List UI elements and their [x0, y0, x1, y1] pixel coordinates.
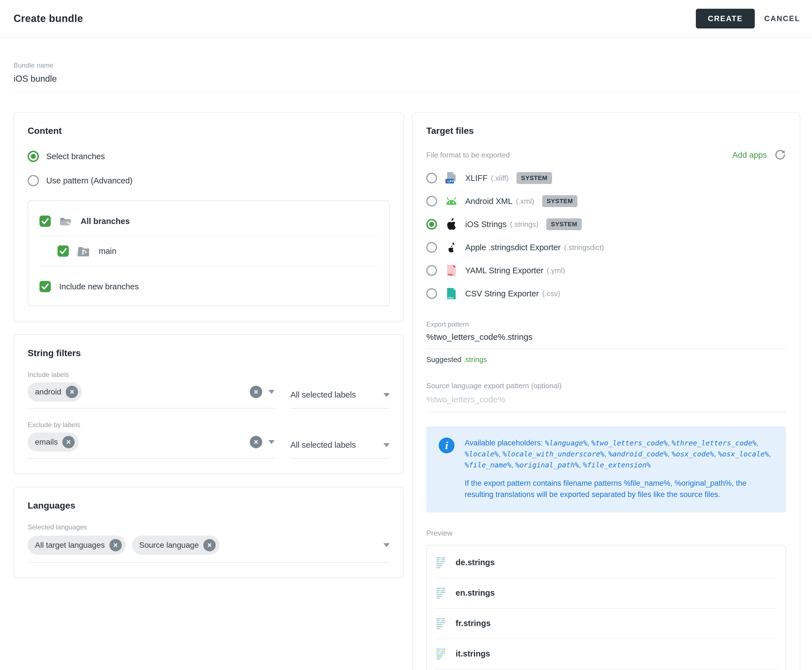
svg-text:XLIFF: XLIFF — [445, 179, 454, 183]
format-name: YAML String Exporter — [465, 266, 543, 275]
radio-icon[interactable] — [426, 219, 437, 230]
placeholder-token: %file_name% — [464, 461, 515, 469]
format-ext: (.stringsdict) — [564, 243, 604, 252]
format-row-csv[interactable]: CSV CSV String Exporter (.csv) — [426, 282, 786, 305]
chevron-down-icon[interactable] — [268, 390, 275, 394]
radio-icon[interactable] — [426, 196, 437, 206]
radio-icon[interactable] — [426, 173, 437, 183]
include-labels-label: Include labels — [28, 371, 390, 379]
chevron-down-icon[interactable] — [383, 543, 390, 547]
preview-file-name: it.strings — [456, 649, 490, 658]
chip-android[interactable]: android × — [28, 382, 82, 401]
branch-label: All branches — [81, 217, 130, 226]
preview-panel: de.strings en.strings — [426, 545, 786, 670]
format-row-yaml[interactable]: YML YAML String Exporter (.yml) — [426, 259, 786, 282]
export-pattern-input[interactable]: %two_letters_code%.strings — [426, 332, 786, 349]
create-button[interactable]: CREATE — [696, 9, 754, 29]
include-labels-mode-dropdown[interactable]: All selected labels — [290, 390, 390, 409]
chevron-down-icon[interactable] — [268, 440, 275, 444]
refresh-icon[interactable] — [774, 149, 786, 161]
format-name: XLIFF — [465, 174, 488, 183]
topbar-actions: CREATE CANCEL — [696, 9, 800, 29]
radio-icon[interactable] — [426, 265, 437, 276]
exclude-labels-mode-dropdown[interactable]: All selected labels — [290, 440, 390, 459]
checkbox-all-branches[interactable] — [39, 215, 51, 227]
include-labels-input[interactable]: android × × — [28, 381, 275, 409]
radio-icon[interactable] — [426, 242, 437, 253]
format-row-android-xml[interactable]: Android XML (.xml) SYSTEM — [426, 189, 786, 213]
dropdown-value: All selected labels — [290, 440, 356, 450]
branch-row-all-branches[interactable]: All branches — [39, 206, 378, 236]
content-card-title: Content — [28, 126, 390, 136]
info-note: If the export pattern contains filename … — [464, 478, 774, 500]
chip-remove-icon[interactable]: × — [62, 436, 75, 448]
checkbox-main[interactable] — [58, 245, 69, 257]
topbar: Create bundle CREATE CANCEL — [0, 0, 812, 38]
info-icon: i — [439, 438, 454, 453]
include-new-branches-row[interactable]: Include new branches — [39, 281, 378, 292]
placeholder-token: %three_letters_code% — [671, 439, 758, 447]
chip-all-target-languages[interactable]: All target languages × — [28, 536, 126, 555]
bundle-name-input[interactable]: iOS bundle — [14, 74, 800, 92]
file-format-label: File format to be exported — [426, 151, 510, 159]
preview-row: it.strings — [435, 639, 778, 670]
format-row-stringsdict[interactable]: Apple .stringsdict Exporter (.stringsdic… — [426, 236, 786, 259]
exclude-labels-input[interactable]: emails × × — [28, 431, 275, 459]
radio-icon[interactable] — [28, 175, 39, 186]
selected-languages-label: Selected languages — [28, 523, 390, 531]
format-list: XLIFF XLIFF (.xliff) SYSTEM — [426, 166, 786, 305]
clear-input-icon[interactable]: × — [250, 386, 262, 398]
format-ext: (.csv) — [542, 289, 560, 298]
suggested-extension-link[interactable]: .strings — [463, 355, 487, 364]
placeholder-token: %two_letters_code% — [591, 439, 671, 447]
include-labels-group: Include labels android × × All select — [28, 371, 390, 409]
chip-remove-icon[interactable]: × — [109, 539, 122, 552]
xliff-file-icon: XLIFF — [445, 172, 458, 184]
chip-remove-icon[interactable]: × — [203, 539, 216, 552]
radio-label: Use pattern (Advanced) — [46, 176, 132, 185]
suggested-label: Suggested — [426, 355, 461, 364]
folder-branch-icon — [77, 245, 90, 257]
clear-input-icon[interactable]: × — [250, 436, 262, 448]
chip-label: Source language — [139, 541, 199, 550]
bundle-name-label: Bundle name — [14, 61, 800, 69]
source-pattern-input[interactable]: %two_letters_code% — [426, 395, 786, 412]
format-row-ios-strings[interactable]: iOS Strings (.strings) SYSTEM — [426, 213, 786, 236]
format-row-xliff[interactable]: XLIFF XLIFF (.xliff) SYSTEM — [426, 166, 786, 189]
radio-use-pattern[interactable]: Use pattern (Advanced) — [28, 175, 390, 186]
radio-icon[interactable] — [426, 288, 437, 299]
chevron-down-icon — [383, 393, 390, 397]
svg-text:CSV: CSV — [448, 296, 453, 299]
bundle-name-field: Bundle name iOS bundle — [14, 61, 800, 92]
target-files-title: Target files — [426, 126, 786, 136]
branch-row-main[interactable]: main — [39, 236, 378, 266]
chip-source-language[interactable]: Source language × — [132, 536, 220, 555]
android-icon — [445, 195, 458, 208]
checkbox-include-new-branches[interactable] — [39, 281, 51, 292]
preview-row: en.strings — [435, 578, 778, 609]
placeholder-token: %locale_with_underscore% — [502, 450, 608, 458]
add-apps-link[interactable]: Add apps — [732, 151, 767, 160]
format-ext: (.strings) — [510, 220, 539, 229]
chip-remove-icon[interactable]: × — [66, 386, 78, 398]
strings-file-icon — [435, 556, 447, 569]
languages-title: Languages — [28, 501, 390, 511]
radio-select-branches[interactable]: Select branches — [28, 151, 390, 162]
exclude-labels-group: Exclude by labels emails × × All sele — [28, 421, 390, 459]
folder-branch-open-icon — [59, 215, 72, 227]
chip-emails[interactable]: emails × — [28, 433, 79, 452]
svg-text:YML: YML — [448, 273, 453, 276]
preview-label: Preview — [426, 529, 786, 538]
branch-label: main — [99, 247, 117, 256]
cancel-button[interactable]: CANCEL — [765, 14, 800, 23]
exclude-labels-label: Exclude by labels — [28, 421, 390, 429]
placeholder-token: %locale% — [464, 450, 502, 458]
placeholders-info-box: i Available placeholders: %language% %tw… — [426, 426, 786, 513]
placeholders-intro: Available placeholders: — [464, 439, 543, 447]
system-badge: SYSTEM — [542, 195, 577, 207]
dropdown-value: All selected labels — [290, 390, 356, 399]
chevron-down-icon — [383, 443, 390, 447]
preview-file-name: de.strings — [456, 558, 495, 567]
radio-icon[interactable] — [28, 151, 39, 162]
languages-input[interactable]: All target languages × Source language × — [28, 535, 390, 563]
